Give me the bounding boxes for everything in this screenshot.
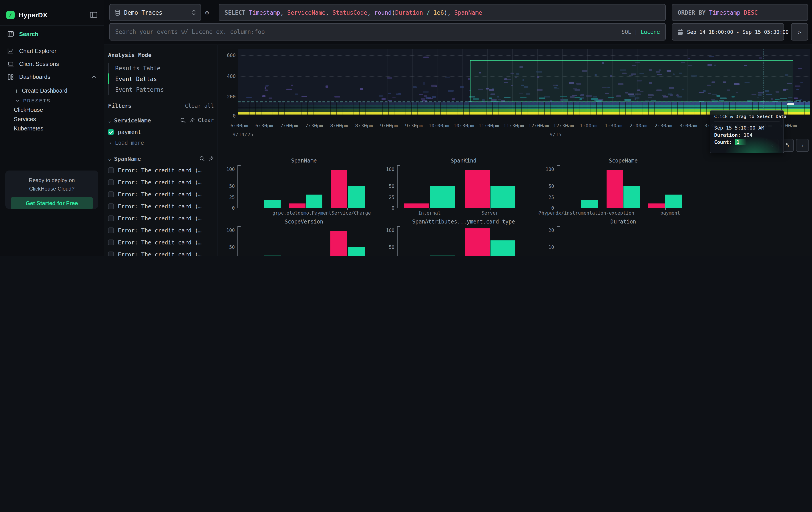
filter-option-row[interactable]: Error: The credit card (… [108, 202, 214, 211]
chart-y-tick: 0 [217, 205, 235, 211]
filter-option-row[interactable]: Error: The credit card (… [108, 250, 214, 256]
filter-clear-button[interactable]: Clear [198, 117, 214, 123]
presets-label: PRESETS [23, 98, 51, 103]
sidebar-preset-kubernetes[interactable]: Kubernetes [0, 124, 104, 133]
collapse-sidebar-icon[interactable] [90, 11, 97, 18]
bar-baseline [348, 186, 365, 208]
clear-all-button[interactable]: Clear all [185, 103, 214, 109]
time-next-button[interactable]: › [796, 139, 809, 152]
query-token: StatusCode [332, 9, 367, 16]
sidebar-preset-services[interactable]: Services [0, 114, 104, 124]
analysis-mode-event-deltas[interactable]: Event Deltas [109, 74, 214, 84]
order-by-input[interactable]: ORDER BY Timestamp DESC [672, 4, 808, 21]
checkbox-unchecked[interactable] [108, 251, 114, 256]
heatmap-cell [269, 98, 272, 99]
pin-icon[interactable] [208, 156, 214, 161]
sidebar-item-chart-explorer[interactable]: Chart Explorer [0, 45, 104, 57]
checkbox-unchecked[interactable] [108, 215, 114, 221]
analysis-mode-title: Analysis Mode [108, 52, 214, 58]
filter-group-spanname[interactable]: ⌄SpanName [108, 154, 214, 163]
chart-y-tick: 5 [536, 255, 554, 256]
chart-y-tick: 100 [377, 166, 395, 172]
heatmap-cell [798, 68, 802, 69]
heatmap-cell [795, 85, 801, 87]
pin-icon[interactable] [189, 117, 195, 123]
sidebar-item-search[interactable]: Search [0, 25, 104, 42]
presets-toggle[interactable]: PRESETS [0, 96, 104, 105]
search-events-input[interactable]: Search your events w/ Lucene ex. column:… [109, 23, 666, 41]
source-select[interactable]: Demo Traces [109, 4, 201, 21]
analysis-mode-results-table[interactable]: Results Table [109, 63, 214, 74]
chart-y-tick: 50 [217, 244, 235, 250]
heatmap-cell [291, 85, 293, 86]
heatmap-selection-rect[interactable] [470, 60, 793, 102]
chart-plot: 02550100grpc.oteldemo.PaymentService/Cha… [237, 165, 371, 208]
hyperdx-logo-icon: ⚡ [6, 11, 15, 19]
mini-chart-spanattributes-yment-card-type: SpanAttributes...yment.card_type02550100… [382, 218, 533, 256]
sql-mode-toggle[interactable]: SQL [621, 29, 631, 35]
chart-y-tick: 0 [536, 205, 554, 211]
heatmap-cell [460, 86, 464, 88]
heatmap-cell [246, 97, 252, 99]
chevron-down-icon [16, 99, 20, 102]
chart-x-label: payment [660, 210, 680, 215]
heatmap-tooltip: Click & Drag to Select Data Sep 15 5:10:… [710, 110, 784, 153]
checkbox-unchecked[interactable] [108, 191, 114, 197]
gear-icon[interactable]: ⚙ [205, 8, 209, 17]
active-indicator [108, 74, 109, 84]
filter-option-row[interactable]: payment [108, 127, 214, 137]
mini-chart-scopename: ScopeName02550100@hyperdx/instrumentatio… [542, 157, 693, 218]
checkbox-unchecked[interactable] [108, 204, 114, 209]
hyperdx-app: ⚡ HyperDX Search Chart Explorer Client S… [0, 0, 812, 256]
run-query-button[interactable]: ▷ [791, 23, 808, 41]
sidebar-preset-clickhouse[interactable]: ClickHouse [0, 105, 104, 114]
heatmap-cell [399, 92, 401, 94]
select-query-input[interactable]: SELECT Timestamp, ServiceName, StatusCod… [219, 4, 666, 21]
source-select-value: Demo Traces [124, 9, 188, 16]
filter-panel: Analysis Mode Results TableEvent DeltasE… [106, 45, 218, 256]
filter-option-row[interactable]: Error: The credit card (… [108, 214, 214, 223]
bar-anomaly [331, 170, 347, 208]
analysis-mode-event-patterns[interactable]: Event Patterns [109, 84, 214, 95]
heatmap-x-tick: 10:30pm [453, 123, 474, 129]
filter-group-name: SpanName [114, 155, 141, 162]
filter-option-row[interactable]: Error: The credit card (… [108, 178, 214, 187]
heatmap-cell [262, 95, 265, 97]
filter-option-row[interactable]: Error: The credit card (… [108, 238, 214, 247]
load-more-button[interactable]: ›Load more [108, 138, 214, 147]
selection-drag-handle[interactable] [787, 103, 794, 105]
bar-baseline [624, 186, 640, 208]
sidebar-item-dashboards[interactable]: Dashboards [0, 70, 104, 83]
query-token: Duration [395, 9, 423, 16]
chart-x-label: @hyperdx/instrumentation-exception [539, 210, 634, 215]
query-token: , [325, 9, 332, 16]
create-dashboard-button[interactable]: + Create Dashboard [0, 86, 104, 96]
checkbox-unchecked[interactable] [108, 167, 114, 173]
bar-baseline [306, 194, 322, 208]
checkbox-unchecked[interactable] [108, 240, 114, 245]
heatmap-cell [688, 58, 690, 59]
search-icon[interactable] [180, 117, 186, 123]
filter-option-label: Error: The credit card (… [118, 167, 201, 173]
chart-y-tick: 25 [377, 194, 395, 200]
date-range-picker[interactable]: Sep 14 18:00:00 - Sep 15 05:30:00 [672, 23, 784, 41]
chart-y-tick: 25 [217, 194, 235, 200]
get-started-button[interactable]: Get Started for Free [11, 197, 93, 209]
checkbox-checked[interactable] [108, 129, 114, 135]
chart-x-label: Internal [418, 210, 441, 215]
filter-option-row[interactable]: Error: The credit card (… [108, 190, 214, 199]
bar-baseline [581, 200, 598, 208]
checkbox-unchecked[interactable] [108, 180, 114, 185]
search-icon[interactable] [199, 156, 205, 161]
chart-title: SpanKind [397, 158, 530, 164]
lucene-mode-toggle[interactable]: Lucene [641, 29, 660, 35]
sidebar-item-client-sessions[interactable]: Client Sessions [0, 57, 104, 70]
filter-option-row[interactable]: Error: The credit card (… [108, 166, 214, 175]
heatmap-cell [396, 94, 401, 95]
events-heatmap[interactable] [238, 49, 810, 115]
filter-option-row[interactable]: Error: The credit card (… [108, 226, 214, 235]
filter-option-label: payment [118, 129, 141, 135]
filter-group-servicename[interactable]: ⌄ServiceNameClear [108, 116, 214, 125]
checkbox-unchecked[interactable] [108, 227, 114, 233]
heatmap-x-tick: 1:00am [580, 123, 598, 129]
